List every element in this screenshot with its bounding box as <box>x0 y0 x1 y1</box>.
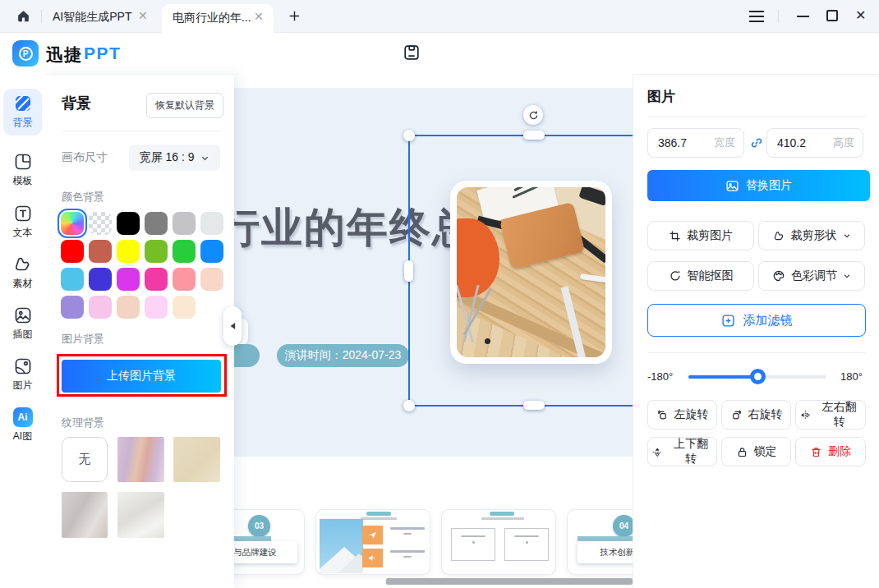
selection-handle-left[interactable] <box>404 260 413 282</box>
sidebar-item-ai-image[interactable]: Ai AI图 <box>3 407 42 443</box>
height-field[interactable]: 高度 <box>766 128 863 158</box>
color-swatch[interactable] <box>145 240 168 263</box>
slide-date-pill[interactable]: 演讲时间：2024-07-23 <box>277 344 409 367</box>
thumbnail-title-line <box>361 517 397 520</box>
canvas-size-dropdown[interactable]: 宽屏 16 : 9 <box>129 145 220 171</box>
add-filter-label: 添加滤镜 <box>743 313 793 328</box>
add-filter-button[interactable]: 添加滤镜 <box>647 304 866 337</box>
sidebar-item-background[interactable]: 背景 <box>3 89 42 136</box>
link-dimensions-icon[interactable] <box>749 136 764 150</box>
color-swatch[interactable] <box>89 296 112 319</box>
flip-horizontal-button[interactable]: 左右翻转 <box>795 400 866 430</box>
rotate-left-button[interactable]: 左旋转 <box>647 400 717 430</box>
save-icon[interactable] <box>403 44 421 62</box>
smart-matting-button[interactable]: 智能抠图 <box>647 261 754 291</box>
color-swatch[interactable] <box>200 268 223 291</box>
color-swatch[interactable] <box>61 268 84 291</box>
color-swatch[interactable] <box>89 268 112 291</box>
home-icon[interactable] <box>16 8 31 24</box>
trash-icon <box>810 446 822 458</box>
material-icon <box>13 255 33 274</box>
tab-close-icon[interactable]: ✕ <box>138 9 148 22</box>
rotation-handle[interactable] <box>523 105 543 125</box>
sidebar-item-material[interactable]: 素材 <box>3 255 42 291</box>
sidebar-item-illustration[interactable]: 插图 <box>3 305 42 342</box>
slide-thumbnail-5[interactable] <box>441 509 556 575</box>
tab-current-document[interactable]: 电商行业的年... ✕ <box>162 4 274 33</box>
texture-swatch-marble-gray[interactable] <box>62 492 108 538</box>
sidebar-item-template[interactable]: 模板 <box>3 152 42 188</box>
rotation-slider-fill <box>688 375 757 379</box>
selection-edge-top[interactable] <box>409 135 633 136</box>
divider <box>778 10 779 23</box>
texture-swatch-marble-white[interactable] <box>117 492 164 538</box>
template-icon <box>13 152 33 172</box>
selection-handle-topleft[interactable] <box>403 130 415 141</box>
sidebar-item-image[interactable]: 图片 <box>3 356 42 393</box>
color-swatch[interactable] <box>61 296 84 319</box>
thumbnail-speaker-icon <box>362 549 383 567</box>
crop-shape-button[interactable]: 裁剪形状 <box>758 221 865 250</box>
color-swatch[interactable] <box>117 240 140 263</box>
texture-swatch-beige[interactable] <box>173 437 220 482</box>
color-swatch[interactable] <box>200 212 223 235</box>
texture-none-option[interactable]: 无 <box>62 437 108 482</box>
color-swatch[interactable] <box>173 268 196 291</box>
color-swatch[interactable] <box>173 296 196 319</box>
selection-handle-top[interactable] <box>523 131 545 140</box>
texture-swatch-marble-pink[interactable] <box>117 437 164 482</box>
color-swatch[interactable] <box>117 296 140 319</box>
chevron-down-icon <box>200 154 209 163</box>
divider <box>62 131 220 131</box>
delete-button[interactable]: 删除 <box>795 437 866 466</box>
width-field[interactable]: 宽度 <box>647 128 744 158</box>
brand-suffix: PPT <box>84 44 121 63</box>
rotation-slider-knob[interactable] <box>750 369 766 384</box>
selection-handle-bottomleft[interactable] <box>403 400 415 411</box>
rotate-right-button[interactable]: 右旋转 <box>721 400 791 430</box>
maximize-icon[interactable] <box>826 10 838 21</box>
horizontal-scrollbar[interactable] <box>386 578 633 585</box>
thumbnail-topbar <box>490 512 514 516</box>
color-swatch[interactable] <box>173 240 196 263</box>
color-swatch-transparent[interactable] <box>89 212 112 235</box>
close-window-icon[interactable]: ✕ <box>855 7 866 23</box>
brand-name: 迅捷 <box>46 44 82 67</box>
color-swatch[interactable] <box>173 212 196 235</box>
tab-ai-generate[interactable]: AI智能生成PPT <box>53 10 131 25</box>
panel-title: 图片 <box>647 87 675 106</box>
lock-button[interactable]: 锁定 <box>721 437 791 466</box>
slide-photo[interactable] <box>457 187 605 357</box>
slide-thumbnail-4[interactable] <box>315 509 430 575</box>
color-swatch[interactable] <box>61 240 84 263</box>
slide-title-text[interactable]: 行业的年终总 <box>219 200 475 255</box>
width-input[interactable] <box>658 136 706 149</box>
minimize-icon[interactable] <box>797 16 809 17</box>
crop-image-button[interactable]: 裁剪图片 <box>647 221 754 250</box>
restore-default-button[interactable]: 恢复默认背景 <box>146 93 223 118</box>
sidebar-item-text[interactable]: 文本 <box>3 204 42 240</box>
color-swatch[interactable] <box>145 268 168 291</box>
replace-image-button[interactable]: 替换图片 <box>647 170 870 201</box>
rotate-left-label: 左旋转 <box>674 407 709 422</box>
new-tab-icon[interactable] <box>288 9 301 23</box>
slide-image-card[interactable] <box>450 181 612 364</box>
flip-vertical-button[interactable]: 上下翻转 <box>647 437 717 466</box>
color-swatch[interactable] <box>145 212 168 235</box>
selection-edge-bottom[interactable] <box>409 405 633 407</box>
panel-collapse-handle[interactable] <box>223 306 242 346</box>
thumbnail-image <box>320 519 363 573</box>
menu-icon[interactable] <box>749 11 764 22</box>
color-swatch[interactable] <box>200 240 223 263</box>
canvas-size-label: 画布尺寸 <box>62 150 108 165</box>
color-swatch[interactable] <box>145 296 168 319</box>
height-input[interactable] <box>777 136 825 149</box>
color-swatch[interactable] <box>89 240 112 263</box>
color-swatch[interactable] <box>117 268 140 291</box>
tab-close-icon[interactable]: ✕ <box>254 10 264 23</box>
upload-background-button[interactable]: 上传图片背景 <box>62 360 221 393</box>
color-adjust-button[interactable]: 色彩调节 <box>758 261 865 291</box>
color-swatch-gradient[interactable] <box>61 212 84 235</box>
selection-handle-bottom[interactable] <box>523 401 545 410</box>
color-swatch[interactable] <box>117 212 140 235</box>
